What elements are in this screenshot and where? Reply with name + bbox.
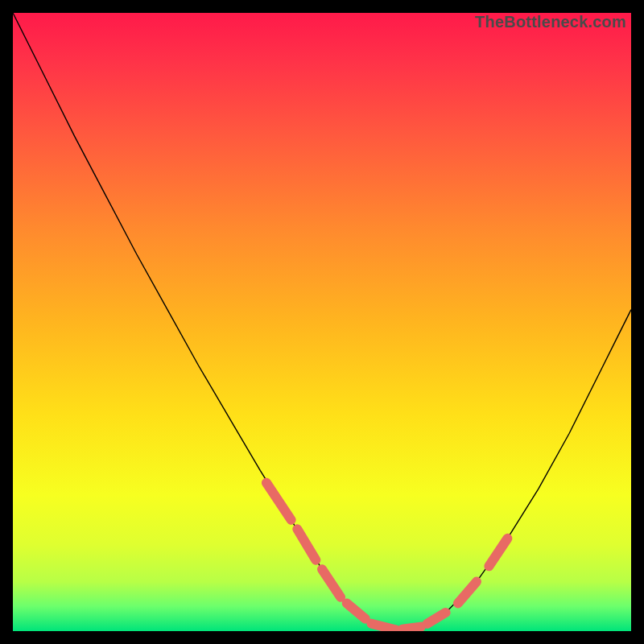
marker-segment [371, 624, 396, 630]
marker-segment [322, 569, 341, 597]
chart-frame: TheBottleneck.com [0, 0, 644, 644]
plot-area: TheBottleneck.com [13, 13, 631, 631]
chart-svg [13, 13, 631, 631]
marker-segment [427, 613, 446, 624]
marker-segment [458, 582, 477, 604]
marker-segment [266, 483, 291, 520]
marker-segment [347, 603, 365, 618]
marker-segment [297, 529, 316, 559]
marker-segment [489, 539, 507, 567]
marker-group [266, 483, 508, 630]
bottleneck-curve-line [13, 13, 631, 630]
marker-segment [402, 627, 421, 630]
